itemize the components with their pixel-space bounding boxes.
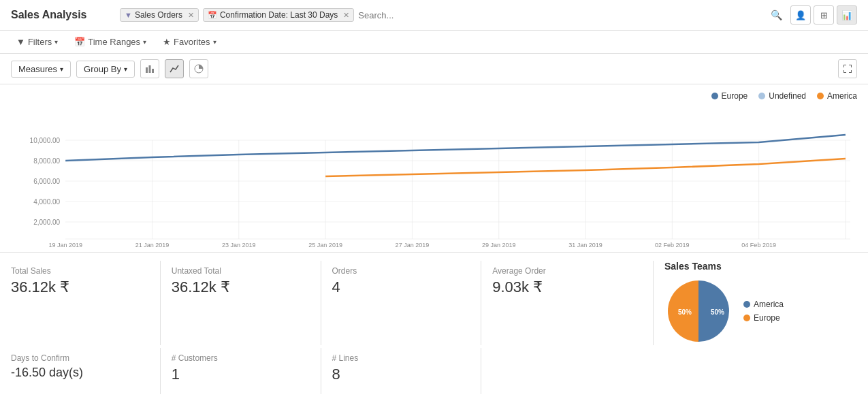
view-grid-button[interactable]: ⊞ (814, 5, 834, 25)
measures-dropdown[interactable]: Measures ▾ (11, 61, 71, 78)
search-input[interactable] (358, 10, 767, 20)
customers-value: 1 (172, 366, 310, 383)
time-ranges-label: Time Ranges (88, 37, 140, 47)
legend-america: America (817, 91, 857, 101)
filter-bar: ▼ Filters ▾ 📅 Time Ranges ▾ ★ Favorites … (0, 31, 868, 54)
time-ranges-button[interactable]: 📅 Time Ranges ▾ (69, 35, 152, 49)
svg-text:6,000.00: 6,000.00 (33, 178, 60, 185)
total-sales-cell: Total Sales 36.12k ₹ (11, 261, 161, 345)
page-title: Sales Analysis (11, 9, 106, 21)
svg-text:50%: 50% (711, 308, 724, 316)
legend-europe-label: Europe (722, 91, 748, 101)
lines-label: # Lines (332, 353, 470, 363)
pie-chart-button[interactable] (189, 59, 208, 78)
avg-order-cell: Average Order 9.03k ₹ (492, 261, 642, 345)
chart-area: Europe Undefined America 10,000.00 8,000… (0, 84, 868, 249)
view-person-button[interactable]: 👤 (790, 5, 811, 25)
time-ranges-icon: 📅 (74, 37, 85, 47)
line-chart-svg: 10,000.00 8,000.00 6,000.00 4,000.00 2,0… (11, 106, 857, 249)
legend-europe: Europe (711, 91, 748, 101)
sales-team-title: Sales Teams (664, 261, 846, 272)
svg-text:21 Jan 2019: 21 Jan 2019 (135, 242, 170, 248)
empty-cell (492, 348, 642, 394)
favorites-caret: ▾ (213, 38, 216, 46)
group-by-dropdown[interactable]: Group By ▾ (76, 61, 135, 78)
view-chart-button[interactable]: 📊 (837, 5, 857, 25)
legend-america-label: America (827, 91, 857, 101)
europe-pie-dot (743, 315, 750, 321)
chart-legend: Europe Undefined America (11, 91, 857, 101)
pie-chart-spacer (653, 348, 857, 394)
legend-undefined-label: Undefined (769, 91, 806, 101)
remove-filter-date[interactable]: ✕ (343, 11, 349, 20)
svg-text:2,000.00: 2,000.00 (33, 219, 60, 226)
america-pie-dot (743, 301, 750, 308)
group-by-caret: ▾ (124, 65, 127, 73)
days-confirm-value: -16.50 day(s) (11, 366, 149, 380)
filter-tag-date[interactable]: 📅 Confirmation Date: Last 30 Days ✕ (203, 8, 354, 22)
line-chart-container: 10,000.00 8,000.00 6,000.00 4,000.00 2,0… (11, 106, 857, 249)
filters-button[interactable]: ▼ Filters ▾ (11, 35, 63, 49)
days-confirm-cell: Days to Confirm -16.50 day(s) (11, 348, 161, 394)
untaxed-total-cell: Untaxed Total 36.12k ₹ (172, 261, 321, 345)
search-icon[interactable]: 🔍 (771, 10, 782, 20)
svg-text:31 Jan 2019: 31 Jan 2019 (568, 242, 602, 248)
total-sales-label: Total Sales (11, 266, 149, 276)
svg-text:02 Feb 2019: 02 Feb 2019 (655, 242, 690, 248)
america-dot (817, 93, 824, 99)
fullscreen-button[interactable] (838, 59, 857, 78)
svg-rect-1 (149, 65, 151, 73)
untaxed-total-label: Untaxed Total (172, 266, 310, 276)
line-chart-button[interactable] (165, 59, 184, 78)
stats-grid-1: Total Sales 36.12k ₹ Untaxed Total 36.12… (11, 261, 653, 345)
lines-cell: # Lines 8 (332, 348, 482, 394)
sales-team-section: Sales Teams 50% 50% America Europe (653, 261, 857, 345)
funnel-icon: ▼ (125, 11, 132, 19)
favorites-button[interactable]: ★ Favorites ▾ (157, 35, 221, 49)
search-area: ▼ Sales Orders ✕ 📅 Confirmation Date: La… (120, 8, 782, 22)
filters-caret: ▾ (54, 38, 58, 46)
calendar-icon: 📅 (208, 11, 217, 20)
pie-legend-europe: Europe (743, 313, 784, 323)
stats-row-1: Total Sales 36.12k ₹ Untaxed Total 36.12… (0, 252, 868, 345)
orders-label: Orders (332, 266, 470, 276)
filter-tag-label-sales-orders: Sales Orders (135, 10, 182, 20)
avg-order-value: 9.03k ₹ (492, 278, 631, 296)
measures-label: Measures (18, 64, 57, 74)
america-pie-label: America (754, 300, 784, 309)
orders-value: 4 (332, 278, 470, 296)
pie-legend: America Europe (743, 300, 784, 323)
view-icons: 👤 ⊞ 📊 (790, 5, 857, 25)
bar-chart-button[interactable] (140, 59, 159, 78)
lines-value: 8 (332, 366, 470, 383)
measures-caret: ▾ (60, 65, 63, 73)
time-ranges-caret: ▾ (143, 38, 146, 46)
svg-text:19 Jan 2019: 19 Jan 2019 (48, 242, 82, 248)
filter-tag-sales-orders[interactable]: ▼ Sales Orders ✕ (120, 8, 199, 22)
svg-text:29 Jan 2019: 29 Jan 2019 (482, 242, 516, 248)
customers-cell: # Customers 1 (172, 348, 321, 394)
svg-text:27 Jan 2019: 27 Jan 2019 (396, 242, 430, 248)
untaxed-total-value: 36.12k ₹ (172, 278, 310, 296)
pie-area: 50% 50% America Europe (664, 277, 846, 345)
favorites-label: Favorites (174, 37, 210, 47)
legend-undefined: Undefined (758, 91, 806, 101)
orders-cell: Orders 4 (332, 261, 482, 345)
toolbar: Measures ▾ Group By ▾ (0, 54, 868, 84)
svg-text:4,000.00: 4,000.00 (33, 198, 60, 206)
group-by-label: Group By (84, 64, 121, 74)
svg-rect-0 (146, 67, 148, 73)
remove-filter-sales-orders[interactable]: ✕ (188, 11, 194, 20)
days-confirm-label: Days to Confirm (11, 353, 149, 363)
svg-text:04 Feb 2019: 04 Feb 2019 (741, 242, 776, 248)
undefined-dot (758, 93, 765, 99)
avg-order-label: Average Order (492, 266, 631, 276)
filters-label: Filters (28, 37, 52, 47)
europe-pie-label: Europe (754, 313, 780, 323)
pie-legend-america: America (743, 300, 784, 309)
pie-chart-svg: 50% 50% (664, 277, 733, 345)
svg-text:10,000.00: 10,000.00 (30, 137, 61, 144)
europe-dot (711, 93, 718, 99)
top-bar: Sales Analysis ▼ Sales Orders ✕ 📅 Confir… (0, 0, 868, 31)
svg-text:50%: 50% (678, 308, 692, 316)
